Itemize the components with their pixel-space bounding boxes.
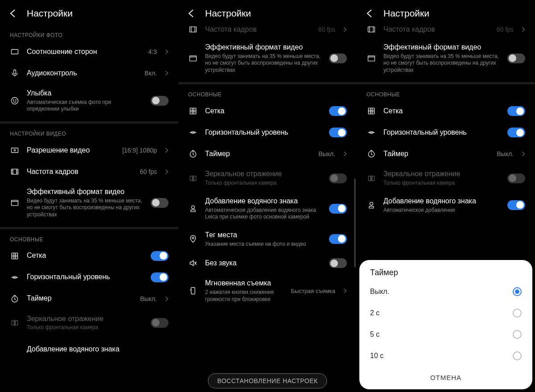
value: 60 fps [140,168,157,175]
row-efficient-format[interactable]: Эффективный формат видео Видео будут зан… [0,182,178,223]
sublabel: Автоматическое добавление [383,207,500,214]
row-fps[interactable]: Частота кадров 60 fps [0,161,178,182]
label: Тег места [205,231,322,240]
row-fps-partial[interactable]: Частота кадров 60 fps [357,25,535,38]
row-audio-control[interactable]: Аудиоконтроль Вкл. [0,62,178,84]
label: Эффективный формат видео [27,187,144,197]
label: Соотношение сторон [27,47,141,57]
timer-icon [366,149,376,158]
row-instant-capture[interactable]: Мгновенная съемка 2 нажатия кнопки сниже… [178,274,357,308]
row-level[interactable]: Горизонтальный уровень [357,122,535,143]
svg-point-3 [13,100,14,100]
toggle-level[interactable] [151,272,169,282]
mirror-icon [366,174,376,183]
toggle-watermark[interactable] [329,204,347,214]
row-efficient-format[interactable]: Эффективный формат видео Видео будут зан… [178,38,357,79]
label: Добавление водяного знака [27,345,169,354]
toggle-efficient-format[interactable] [151,198,169,208]
svg-rect-11 [12,321,14,325]
film-icon [188,25,198,34]
row-mute[interactable]: Без звука [178,252,357,274]
label: Сетка [205,107,322,116]
radio-checked[interactable] [513,287,522,296]
row-watermark-partial[interactable]: Добавление водяного знака [0,336,178,358]
option-label: Выкл. [370,288,389,296]
radio[interactable] [513,309,522,318]
dialog-cancel-button[interactable]: ОТМЕНА [359,367,532,386]
format-icon [10,198,20,207]
toggle-grid[interactable] [329,106,347,116]
timer-option-10s[interactable]: 10 с [359,345,532,367]
level-icon [366,128,376,137]
timer-option-off[interactable]: Выкл. [359,281,532,302]
toggle-grid[interactable] [507,106,525,116]
label: Горизонтальный уровень [383,128,500,137]
sublabel: Видео будут занимать на 35 % меньше мест… [205,53,322,74]
value: Быстрая съемка [291,288,335,294]
row-level[interactable]: Горизонтальный уровень [178,122,357,143]
label: Таймер [205,149,311,159]
sublabel: 2 нажатия кнопки снижения громкости при … [205,289,284,303]
svg-rect-23 [368,56,375,61]
svg-rect-21 [191,288,195,294]
row-grid[interactable]: Сетка [178,100,357,122]
label: Сетка [383,107,500,116]
svg-rect-17 [190,176,192,181]
reset-settings-button[interactable]: ВОССТАНОВЛЕНИЕ НАСТРОЕК [208,373,327,388]
grid-icon [188,107,198,116]
mirror-icon [188,174,198,183]
svg-point-20 [192,237,194,239]
option-label: 10 с [370,352,383,360]
row-timer[interactable]: Таймер Выкл. [178,143,357,165]
label: Таймер [27,294,133,303]
toggle-efficient-format[interactable] [329,54,347,63]
toggle-level[interactable] [507,128,525,137]
svg-point-28 [370,202,373,205]
row-video-resolution[interactable]: Разрешение видео [16:9] 1080p [0,140,178,161]
timer-option-2s[interactable]: 2 с [359,302,532,324]
label: Эффективный формат видео [383,43,500,52]
row-watermark[interactable]: Добавление водяного знака Автоматическое… [178,192,357,226]
row-fps-partial[interactable]: Частота кадров 60 fps [178,25,357,38]
phone-vol-icon [188,286,198,295]
grid-icon [10,252,20,260]
aspect-icon [10,47,20,56]
radio[interactable] [513,351,522,360]
back-icon[interactable] [365,8,375,19]
label: Зеркальное отражение [27,314,144,324]
sublabel: Видео будут занимать на 35 % меньше мест… [383,53,500,74]
svg-rect-7 [12,169,18,174]
toggle-efficient-format[interactable] [507,54,525,63]
value: [16:9] 1080p [122,147,157,154]
radio[interactable] [513,330,522,339]
row-timer[interactable]: Таймер Выкл. [357,143,535,165]
row-watermark[interactable]: Добавление водяного знака Автоматическое… [357,192,535,219]
toggle-smile[interactable] [151,96,169,106]
back-icon[interactable] [186,8,197,19]
header: Настройки [0,0,178,25]
row-aspect-ratio[interactable]: Соотношение сторон 4:3 [0,41,178,62]
row-efficient-format[interactable]: Эффективный формат видео Видео будут зан… [357,38,535,79]
toggle-watermark[interactable] [507,200,525,210]
row-timer[interactable]: Таймер Выкл. [0,288,178,309]
timer-option-5s[interactable]: 5 с [359,324,532,345]
toggle-mute[interactable] [329,258,347,268]
row-grid[interactable]: Сетка [0,245,178,267]
row-geotag[interactable]: Тег места Указание места съемки на фото … [178,226,357,252]
sublabel: Видео будут занимать на 35 % меньше мест… [27,198,144,219]
value: 4:3 [148,48,157,55]
stamp-icon [188,204,198,213]
toggle-level[interactable] [329,128,347,137]
film-icon [366,25,376,34]
sublabel: Автоматическая съемка фото при определен… [27,99,144,113]
dialog-title: Таймер [359,268,532,281]
row-grid[interactable]: Сетка [357,100,535,122]
toggle-mirror [151,318,169,328]
toggle-grid[interactable] [151,251,169,261]
row-smile[interactable]: Улыбка Автоматическая съемка фото при оп… [0,84,178,118]
row-level[interactable]: Горизонтальный уровень [0,267,178,288]
back-icon[interactable] [8,8,19,19]
scrollbar[interactable] [354,178,356,268]
chevron-right-icon [165,49,169,55]
toggle-geotag[interactable] [329,234,347,244]
